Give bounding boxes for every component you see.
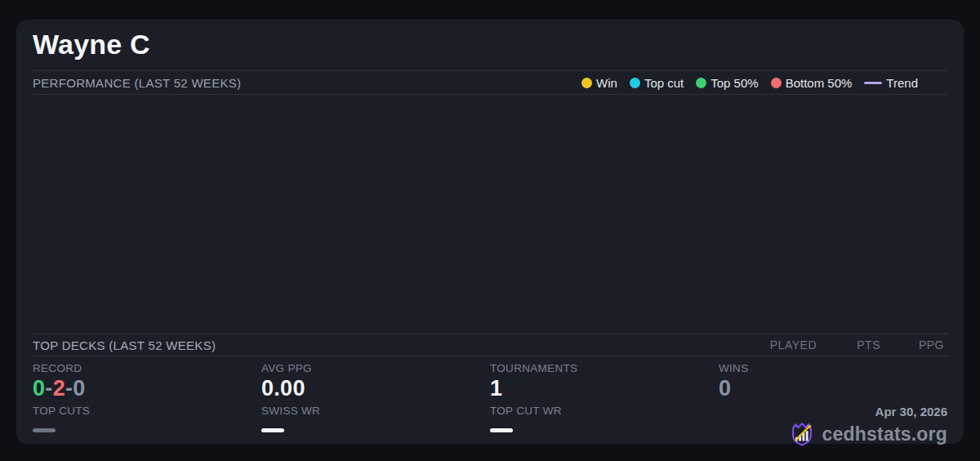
page-title: Wayne C <box>33 28 947 60</box>
stat-label: TOP CUTS <box>33 405 261 417</box>
report-date: Apr 30, 2026 <box>875 405 947 418</box>
stat-label: WINS <box>719 362 947 374</box>
legend-item-trend: Trend <box>864 76 918 90</box>
performance-header: PERFORMANCE (LAST 52 WEEKS) Win Top cut … <box>33 71 947 94</box>
stat-label: TOURNAMENTS <box>490 362 719 374</box>
column-header-pts: PTS <box>817 338 880 351</box>
trend-line-icon <box>864 82 882 84</box>
chart-legend: Win Top cut Top 50% Bottom 50% Trend <box>581 76 918 90</box>
performance-heading: PERFORMANCE (LAST 52 WEEKS) <box>33 76 241 90</box>
legend-item-bottom-50: Bottom 50% <box>771 76 853 90</box>
performance-chart-plot-area <box>33 95 947 333</box>
cedhstats-shield-logo-icon <box>788 420 816 448</box>
empty-value-dash <box>261 428 284 432</box>
record-separator: - <box>65 376 73 401</box>
brand-row: cedhstats.org <box>788 420 947 448</box>
avg-ppg-value: 0.00 <box>261 377 490 401</box>
tournaments-value: 1 <box>490 377 719 401</box>
legend-label: Top cut <box>644 76 684 90</box>
top-decks-heading: TOP DECKS (LAST 52 WEEKS) <box>33 338 216 352</box>
stat-tournaments: TOURNAMENTS 1 <box>490 362 719 405</box>
stats-grid: RECORD 0-2-0 AVG PPG 0.00 TOURNAMENTS 1 … <box>33 356 947 450</box>
legend-label: Top 50% <box>710 76 758 90</box>
legend-item-top-50: Top 50% <box>696 76 758 90</box>
stat-label: AVG PPG <box>261 362 490 374</box>
column-header-ppg: PPG <box>880 338 944 351</box>
player-stats-card: Wayne C PERFORMANCE (LAST 52 WEEKS) Win … <box>16 20 964 444</box>
empty-value-dash <box>490 428 513 432</box>
legend-item-top-cut: Top cut <box>630 76 684 90</box>
record-draws: 0 <box>73 376 85 401</box>
legend-label: Bottom 50% <box>786 76 853 90</box>
top-cut-dot-icon <box>630 78 640 88</box>
legend-label: Win <box>596 76 617 90</box>
stat-avg-ppg: AVG PPG 0.00 <box>261 362 490 405</box>
stat-label: TOP CUT WR <box>490 405 719 417</box>
record-wins: 0 <box>33 376 45 401</box>
bottom-50-dot-icon <box>771 78 782 88</box>
top-decks-header: TOP DECKS (LAST 52 WEEKS) PLAYED PTS PPG <box>33 334 947 356</box>
stat-swiss-wr: SWISS WR <box>261 405 490 450</box>
stat-top-cuts: TOP CUTS <box>33 405 261 450</box>
stat-record: RECORD 0-2-0 <box>33 362 261 405</box>
record-losses: 2 <box>53 376 65 401</box>
stat-top-cut-wr: TOP CUT WR <box>490 405 719 450</box>
brand-name: cedhstats.org <box>822 423 947 445</box>
top-decks-column-headers: PLAYED PTS PPG <box>753 338 944 351</box>
win-dot-icon <box>581 78 592 88</box>
stat-label: RECORD <box>33 362 261 374</box>
stat-label: SWISS WR <box>261 405 490 417</box>
record-value: 0-2-0 <box>33 377 261 401</box>
stat-wins: WINS 0 <box>719 362 947 405</box>
legend-item-win: Win <box>581 76 617 90</box>
wins-value: 0 <box>719 377 947 401</box>
footer-brand-block: Apr 30, 2026 cedhstats.org <box>719 405 947 450</box>
column-header-played: PLAYED <box>753 338 817 351</box>
legend-label: Trend <box>886 76 918 90</box>
record-separator: - <box>45 376 52 401</box>
empty-value-dash <box>33 428 56 432</box>
top-50-dot-icon <box>696 78 706 88</box>
